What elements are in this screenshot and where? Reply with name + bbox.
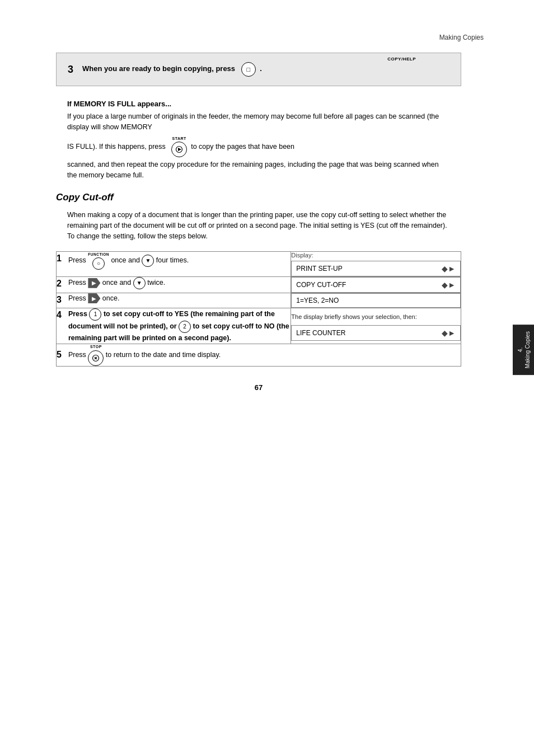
step3-number-tbl: 3 [57,293,62,307]
memory-full-section: If MEMORY IS FULL appears... If you plac… [67,100,450,181]
step3-once: once. [102,294,120,302]
step1-func-btn-wrap: FUNCTION ○ [88,252,109,270]
step1-once-and: once and [111,256,142,264]
start-button[interactable] [171,142,187,157]
copyhelpabove-label: COPY/HELP [387,57,416,62]
memory-full-para1: If you place a large number of originals… [67,111,450,133]
step2-down-button[interactable]: ▼ [133,277,146,289]
page: Making Copies 3 COPY/HELP When you are r… [0,0,534,756]
step3-top-box: 3 COPY/HELP When you are ready to begin … [56,53,461,86]
stop-btn-wrap: STOP [88,344,104,366]
start-label: START [171,136,187,142]
page-title: Making Copies [439,34,484,41]
step2-right: COPY CUT-OFF ◆► [291,276,461,293]
step3-arrow-btn[interactable]: ▶ [88,293,100,303]
step4-number: 4 [57,308,62,322]
step2-display-arrow: ◆► [442,280,456,289]
step3-left: 3 Press ▶ once. [57,293,291,308]
step2-display: COPY CUT-OFF ◆► [291,277,461,293]
memory-full-para2: IS FULL). If this happens, press START t… [67,136,450,158]
step1-display-text: PRINT SET-UP [296,265,342,273]
step5-number: 5 [57,348,62,362]
step2-twice: twice. [147,279,165,287]
step3-number: 3 [68,64,73,76]
step4-right: The display briefly shows your selection… [291,308,461,344]
step5-end-text: to return to the date and time display. [106,351,221,359]
steps-table: 1 Press FUNCTION ○ once and ▼ four times… [56,251,461,367]
step2-text: Press ▶ once and ▼ twice. [68,277,165,289]
chapter-tab-text: Making Copies [524,331,531,368]
chapter-tab-number: 4. [517,348,523,352]
step1-down-button[interactable]: ▼ [142,255,154,267]
step5-cell: 5 Press STOP to return to the date and t… [57,344,461,367]
step3-text-before: When you are ready to begin copying, pre… [82,64,235,73]
step1-row: 1 Press FUNCTION ○ once and ▼ four times… [57,251,461,276]
step1-display: PRINT SET-UP ◆► [291,261,461,276]
copy-cutoff-intro: When making a copy of a document that is… [67,210,450,242]
step1-content: 1 Press FUNCTION ○ once and ▼ four times… [57,252,291,270]
copyhelpbtn-wrap: □ [241,62,256,77]
step4-content: 4 Press 1 to set copy cut-off to YES (th… [57,308,291,344]
chapter-tab: 4. Making Copies [513,325,534,375]
svg-marker-19 [178,148,181,151]
step2-left: 2 Press ▶ once and ▼ twice. [57,276,291,293]
copy-cutoff-heading: Copy Cut-off [56,192,461,203]
step3-text: Press ▶ once. [68,293,120,304]
step4-display-text: LIFE COUNTER [296,329,345,337]
step3-display: 1=YES, 2=NO [291,293,461,308]
step1-left: 1 Press FUNCTION ○ once and ▼ four times… [57,251,291,276]
step5-content: 5 Press STOP to return to the date and t… [57,344,461,366]
step5-text: Press STOP to return to the date and tim… [68,344,221,366]
display-label: Display: [291,252,461,259]
memory-full-para4: scanned, and then repeat the copy proced… [67,159,450,181]
step1-number: 1 [57,252,62,266]
step3-content: 3 Press ▶ once. [57,293,291,307]
step1-func-label: FUNCTION [88,252,109,257]
step1-func-button[interactable]: ○ [92,257,105,270]
step5-row: 5 Press STOP to return to the date and t… [57,344,461,367]
step1-text: Press FUNCTION ○ once and ▼ four times. [68,252,189,270]
step2-once-and: once and [102,279,133,287]
step3-display-text: 1=YES, 2=NO [296,297,339,304]
stop-button[interactable] [88,350,104,366]
step4-text: Press 1 to set copy cut-off to YES (the … [68,308,291,344]
step2-arrow-btn1[interactable]: ▶ [88,278,100,288]
step4-row: 4 Press 1 to set copy cut-off to YES (th… [57,308,461,344]
step1-display-arrow: ◆► [442,264,456,273]
step2-display-text: COPY CUT-OFF [296,281,346,289]
step3-row: 3 Press ▶ once. 1=YES, 2=NO [57,293,461,308]
memory-full-title: If MEMORY IS FULL appears... [67,100,450,108]
page-header: Making Copies [45,34,489,41]
step4-display-arrow: ◆► [442,328,456,337]
stop-label: STOP [88,344,104,350]
step2-content: 2 Press ▶ once and ▼ twice. [57,277,291,291]
copyhelpbtn[interactable]: □ [241,62,256,77]
step4-btn2[interactable]: 2 [179,321,191,333]
step4-btn1[interactable]: 1 [89,308,101,321]
step4-right-small-text: The display briefly shows your selection… [291,313,461,322]
step1-right: Display: PRINT SET-UP ◆► [291,251,461,276]
step3-right: 1=YES, 2=NO [291,293,461,308]
main-content: 3 COPY/HELP When you are ready to begin … [56,53,461,392]
step3-text-after: . [260,64,262,73]
step1-four-times: four times. [156,256,189,264]
start-btn-wrap: START [171,136,187,158]
step4-left: 4 Press 1 to set copy cut-off to YES (th… [57,308,291,344]
step2-number: 2 [57,277,62,291]
page-number: 67 [56,383,461,392]
step2-row: 2 Press ▶ once and ▼ twice. COPY CUT-OFF [57,276,461,293]
life-counter-section: The display briefly shows your selection… [291,313,461,341]
step4-display: LIFE COUNTER ◆► [291,325,461,341]
